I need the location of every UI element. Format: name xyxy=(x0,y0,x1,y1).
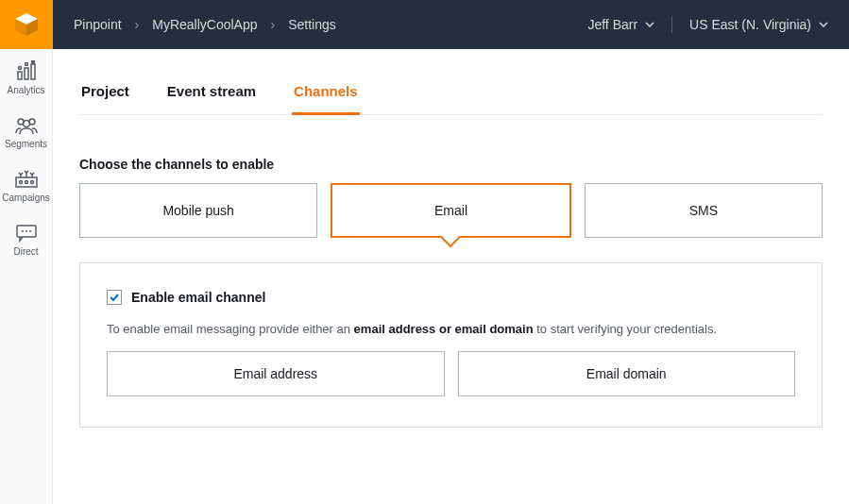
cube-icon xyxy=(12,10,41,39)
channel-sms[interactable]: SMS xyxy=(585,183,823,238)
sidebar-item-segments[interactable]: Segments xyxy=(0,105,53,159)
email-channel-panel: Enable email channel To enable email mes… xyxy=(79,262,823,428)
tab-event-stream[interactable]: Event stream xyxy=(165,72,258,115)
breadcrumb-pinpoint[interactable]: Pinpoint xyxy=(74,17,122,32)
chevron-down-icon xyxy=(819,20,828,29)
section-heading: Choose the channels to enable xyxy=(79,157,823,172)
divider xyxy=(671,16,672,33)
svg-point-6 xyxy=(18,67,21,70)
chevron-right-icon: › xyxy=(271,17,276,32)
svg-point-15 xyxy=(30,181,33,184)
sidebar-item-label: Direct xyxy=(13,246,38,257)
svg-rect-5 xyxy=(31,64,35,79)
channel-mobile-push[interactable]: Mobile push xyxy=(79,183,317,238)
tab-channels[interactable]: Channels xyxy=(292,72,360,115)
topbar: Pinpoint › MyReallyCoolApp › Settings Je… xyxy=(53,0,849,49)
verify-email-domain-button[interactable]: Email domain xyxy=(458,351,796,396)
left-nav-rail: Analytics Segments Campaigns xyxy=(0,0,53,504)
enable-email-label: Enable email channel xyxy=(131,290,265,305)
svg-rect-3 xyxy=(18,72,22,79)
svg-point-18 xyxy=(25,230,27,232)
analytics-icon xyxy=(15,60,38,81)
svg-point-14 xyxy=(25,181,27,184)
chevron-down-icon xyxy=(645,20,654,29)
tab-project[interactable]: Project xyxy=(79,72,131,115)
svg-point-11 xyxy=(23,121,29,127)
sidebar-item-label: Segments xyxy=(5,139,47,149)
helper-text: To enable email messaging provide either… xyxy=(107,322,795,336)
direct-icon xyxy=(15,224,38,243)
campaigns-icon xyxy=(14,170,39,189)
sidebar-item-analytics[interactable]: Analytics xyxy=(0,49,53,105)
region-menu[interactable]: US East (N. Virginia) xyxy=(689,17,828,32)
breadcrumb-app[interactable]: MyReallyCoolApp xyxy=(152,17,257,32)
sidebar-item-campaigns[interactable]: Campaigns xyxy=(0,159,53,212)
sidebar-item-label: Campaigns xyxy=(2,193,50,203)
svg-point-8 xyxy=(31,60,34,63)
breadcrumb: Pinpoint › MyReallyCoolApp › Settings xyxy=(74,17,587,32)
channel-email[interactable]: Email xyxy=(331,183,570,238)
aws-logo[interactable] xyxy=(0,0,53,49)
user-menu[interactable]: Jeff Barr xyxy=(587,17,654,32)
svg-rect-4 xyxy=(25,68,28,79)
svg-point-17 xyxy=(22,230,24,232)
svg-point-7 xyxy=(25,63,27,66)
breadcrumb-settings[interactable]: Settings xyxy=(288,17,336,32)
svg-point-13 xyxy=(19,181,22,184)
channel-selector: Mobile push Email SMS xyxy=(79,183,823,238)
svg-point-19 xyxy=(29,230,31,232)
chevron-right-icon: › xyxy=(135,17,140,32)
segments-icon xyxy=(14,116,39,135)
enable-email-checkbox[interactable] xyxy=(107,290,122,305)
sidebar-item-direct[interactable]: Direct xyxy=(0,212,53,266)
verify-email-address-button[interactable]: Email address xyxy=(107,351,445,396)
sidebar-item-label: Analytics xyxy=(7,85,44,95)
region-name: US East (N. Virginia) xyxy=(689,17,811,32)
checkmark-icon xyxy=(109,292,120,303)
user-name: Jeff Barr xyxy=(587,17,637,32)
settings-tabs: Project Event stream Channels xyxy=(79,72,823,115)
